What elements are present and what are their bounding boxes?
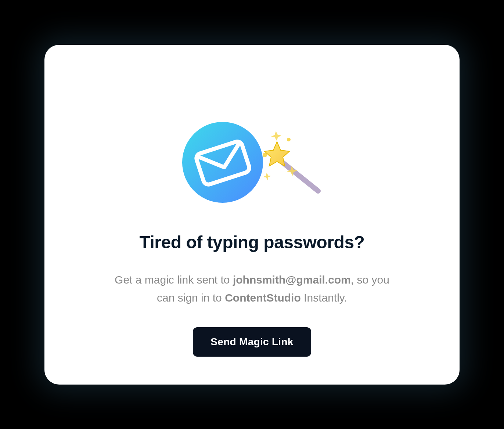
desc-email: johnsmith@gmail.com (233, 274, 351, 286)
svg-point-4 (287, 138, 291, 141)
envelope-magic-wand-icon (179, 118, 325, 206)
magic-link-illustration (179, 118, 325, 206)
desc-prefix: Get a magic link sent to (115, 274, 233, 286)
card-description: Get a magic link sent to johnsmith@gmail… (109, 271, 395, 307)
svg-marker-7 (263, 173, 271, 180)
send-magic-link-button[interactable]: Send Magic Link (193, 327, 311, 357)
desc-suffix: Instantly. (301, 292, 347, 304)
magic-link-card: Tired of typing passwords? Get a magic l… (44, 45, 460, 385)
card-heading: Tired of typing passwords? (140, 232, 365, 252)
desc-app-name: ContentStudio (225, 292, 301, 304)
svg-point-0 (182, 122, 263, 203)
svg-marker-5 (271, 131, 281, 141)
